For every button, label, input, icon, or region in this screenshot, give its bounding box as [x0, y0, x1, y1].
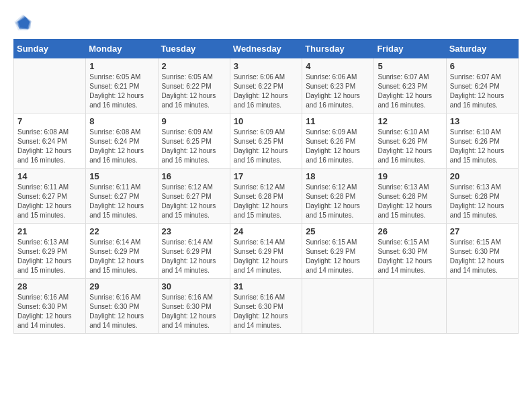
day-info: Sunrise: 6:06 AM Sunset: 6:23 PM Dayligh… [306, 73, 370, 110]
day-info: Sunrise: 6:11 AM Sunset: 6:27 PM Dayligh… [89, 183, 154, 220]
logo-icon [13, 13, 32, 32]
calendar-cell: 12Sunrise: 6:10 AM Sunset: 6:26 PM Dayli… [374, 113, 446, 169]
calendar-cell: 5Sunrise: 6:07 AM Sunset: 6:23 PM Daylig… [374, 58, 446, 113]
weekday-header-friday: Friday [374, 40, 446, 58]
calendar-cell [14, 58, 86, 113]
calendar-cell: 19Sunrise: 6:13 AM Sunset: 6:28 PM Dayli… [374, 169, 446, 224]
day-info: Sunrise: 6:16 AM Sunset: 6:30 PM Dayligh… [162, 293, 226, 330]
day-number: 25 [306, 226, 370, 236]
day-info: Sunrise: 6:10 AM Sunset: 6:26 PM Dayligh… [378, 128, 442, 165]
calendar-cell: 2Sunrise: 6:05 AM Sunset: 6:22 PM Daylig… [158, 58, 230, 113]
day-number: 29 [89, 281, 154, 291]
calendar-cell: 11Sunrise: 6:09 AM Sunset: 6:26 PM Dayli… [302, 113, 374, 169]
day-number: 16 [162, 171, 226, 181]
day-info: Sunrise: 6:16 AM Sunset: 6:30 PM Dayligh… [89, 293, 154, 330]
calendar-cell: 16Sunrise: 6:12 AM Sunset: 6:27 PM Dayli… [158, 169, 230, 224]
day-info: Sunrise: 6:15 AM Sunset: 6:29 PM Dayligh… [306, 238, 370, 275]
calendar-table: SundayMondayTuesdayWednesdayThursdayFrid… [13, 39, 519, 334]
day-info: Sunrise: 6:12 AM Sunset: 6:27 PM Dayligh… [162, 183, 226, 220]
calendar-cell: 25Sunrise: 6:15 AM Sunset: 6:29 PM Dayli… [302, 224, 374, 279]
day-info: Sunrise: 6:07 AM Sunset: 6:23 PM Dayligh… [378, 73, 442, 110]
day-info: Sunrise: 6:16 AM Sunset: 6:30 PM Dayligh… [234, 293, 298, 330]
day-info: Sunrise: 6:05 AM Sunset: 6:21 PM Dayligh… [89, 73, 154, 110]
day-number: 2 [162, 61, 226, 71]
day-number: 8 [89, 116, 154, 126]
weekday-header-saturday: Saturday [446, 40, 518, 58]
calendar-cell: 3Sunrise: 6:06 AM Sunset: 6:22 PM Daylig… [230, 58, 302, 113]
day-info: Sunrise: 6:12 AM Sunset: 6:28 PM Dayligh… [306, 183, 370, 220]
day-info: Sunrise: 6:16 AM Sunset: 6:30 PM Dayligh… [17, 293, 82, 330]
day-number: 10 [234, 116, 298, 126]
page-header [13, 13, 519, 32]
day-number: 31 [234, 281, 298, 291]
day-info: Sunrise: 6:09 AM Sunset: 6:25 PM Dayligh… [162, 128, 226, 165]
weekday-header-thursday: Thursday [302, 40, 374, 58]
calendar-cell: 4Sunrise: 6:06 AM Sunset: 6:23 PM Daylig… [302, 58, 374, 113]
week-row-1: 1Sunrise: 6:05 AM Sunset: 6:21 PM Daylig… [14, 58, 519, 113]
day-number: 17 [234, 171, 298, 181]
day-info: Sunrise: 6:08 AM Sunset: 6:24 PM Dayligh… [89, 128, 154, 165]
day-number: 6 [450, 61, 515, 71]
weekday-header-tuesday: Tuesday [158, 40, 230, 58]
day-info: Sunrise: 6:14 AM Sunset: 6:29 PM Dayligh… [89, 238, 154, 275]
day-info: Sunrise: 6:15 AM Sunset: 6:30 PM Dayligh… [450, 238, 515, 275]
day-info: Sunrise: 6:14 AM Sunset: 6:29 PM Dayligh… [162, 238, 226, 275]
calendar-cell: 7Sunrise: 6:08 AM Sunset: 6:24 PM Daylig… [14, 113, 86, 169]
day-number: 4 [306, 61, 370, 71]
day-number: 12 [378, 116, 442, 126]
day-number: 20 [450, 171, 515, 181]
weekday-header-sunday: Sunday [14, 40, 86, 58]
calendar-cell: 22Sunrise: 6:14 AM Sunset: 6:29 PM Dayli… [86, 224, 158, 279]
day-info: Sunrise: 6:09 AM Sunset: 6:26 PM Dayligh… [306, 128, 370, 165]
calendar-cell [374, 279, 446, 334]
week-row-3: 14Sunrise: 6:11 AM Sunset: 6:27 PM Dayli… [14, 169, 519, 224]
calendar-cell [302, 279, 374, 334]
day-number: 9 [162, 116, 226, 126]
day-info: Sunrise: 6:14 AM Sunset: 6:29 PM Dayligh… [234, 238, 298, 275]
day-number: 28 [17, 281, 82, 291]
weekday-header-wednesday: Wednesday [230, 40, 302, 58]
day-info: Sunrise: 6:07 AM Sunset: 6:24 PM Dayligh… [450, 73, 515, 110]
day-number: 13 [450, 116, 515, 126]
logo [13, 13, 35, 32]
day-number: 26 [378, 226, 442, 236]
day-number: 15 [89, 171, 154, 181]
calendar-cell: 14Sunrise: 6:11 AM Sunset: 6:27 PM Dayli… [14, 169, 86, 224]
calendar-cell: 28Sunrise: 6:16 AM Sunset: 6:30 PM Dayli… [14, 279, 86, 334]
calendar-cell: 29Sunrise: 6:16 AM Sunset: 6:30 PM Dayli… [86, 279, 158, 334]
day-info: Sunrise: 6:12 AM Sunset: 6:28 PM Dayligh… [234, 183, 298, 220]
day-number: 5 [378, 61, 442, 71]
calendar-cell: 13Sunrise: 6:10 AM Sunset: 6:26 PM Dayli… [446, 113, 518, 169]
day-number: 27 [450, 226, 515, 236]
calendar-cell: 23Sunrise: 6:14 AM Sunset: 6:29 PM Dayli… [158, 224, 230, 279]
weekday-header-monday: Monday [86, 40, 158, 58]
day-number: 24 [234, 226, 298, 236]
calendar-cell: 1Sunrise: 6:05 AM Sunset: 6:21 PM Daylig… [86, 58, 158, 113]
day-number: 11 [306, 116, 370, 126]
day-number: 7 [17, 116, 82, 126]
week-row-4: 21Sunrise: 6:13 AM Sunset: 6:29 PM Dayli… [14, 224, 519, 279]
calendar-cell: 18Sunrise: 6:12 AM Sunset: 6:28 PM Dayli… [302, 169, 374, 224]
day-info: Sunrise: 6:15 AM Sunset: 6:30 PM Dayligh… [378, 238, 442, 275]
day-number: 3 [234, 61, 298, 71]
day-info: Sunrise: 6:09 AM Sunset: 6:25 PM Dayligh… [234, 128, 298, 165]
day-info: Sunrise: 6:08 AM Sunset: 6:24 PM Dayligh… [17, 128, 82, 165]
weekday-header-row: SundayMondayTuesdayWednesdayThursdayFrid… [14, 40, 519, 58]
calendar-cell: 9Sunrise: 6:09 AM Sunset: 6:25 PM Daylig… [158, 113, 230, 169]
week-row-2: 7Sunrise: 6:08 AM Sunset: 6:24 PM Daylig… [14, 113, 519, 169]
day-number: 23 [162, 226, 226, 236]
day-info: Sunrise: 6:13 AM Sunset: 6:29 PM Dayligh… [17, 238, 82, 275]
day-number: 14 [17, 171, 82, 181]
day-info: Sunrise: 6:06 AM Sunset: 6:22 PM Dayligh… [234, 73, 298, 110]
calendar-cell: 27Sunrise: 6:15 AM Sunset: 6:30 PM Dayli… [446, 224, 518, 279]
day-number: 30 [162, 281, 226, 291]
day-number: 18 [306, 171, 370, 181]
calendar-cell: 21Sunrise: 6:13 AM Sunset: 6:29 PM Dayli… [14, 224, 86, 279]
calendar-cell: 31Sunrise: 6:16 AM Sunset: 6:30 PM Dayli… [230, 279, 302, 334]
calendar-cell: 6Sunrise: 6:07 AM Sunset: 6:24 PM Daylig… [446, 58, 518, 113]
day-number: 21 [17, 226, 82, 236]
day-info: Sunrise: 6:10 AM Sunset: 6:26 PM Dayligh… [450, 128, 515, 165]
calendar-cell: 24Sunrise: 6:14 AM Sunset: 6:29 PM Dayli… [230, 224, 302, 279]
calendar-cell: 10Sunrise: 6:09 AM Sunset: 6:25 PM Dayli… [230, 113, 302, 169]
calendar-cell: 26Sunrise: 6:15 AM Sunset: 6:30 PM Dayli… [374, 224, 446, 279]
